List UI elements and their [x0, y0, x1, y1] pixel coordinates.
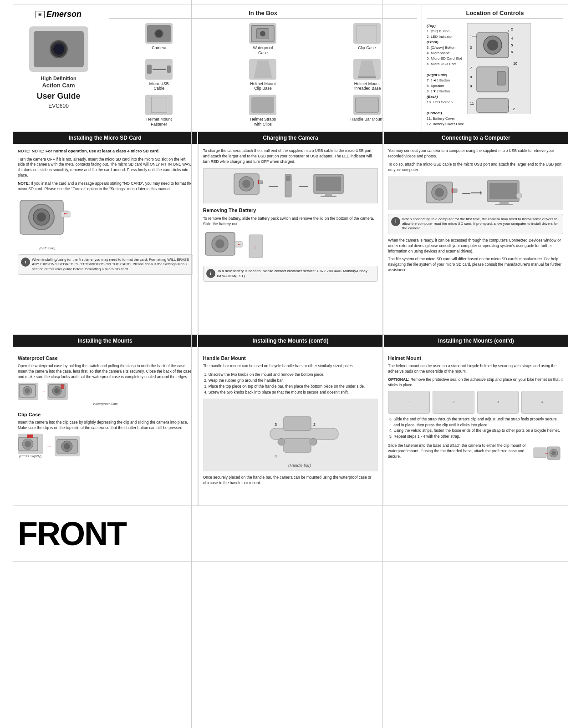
handlebar-closing: Once securely placed on the handle bar, … [203, 475, 378, 486]
waterproof-case-image [249, 23, 276, 44]
controls-panel: Location of Controls (Top) 1. [OK] Butto… [422, 5, 568, 131]
header-installing-sd: Installing the Micro SD Card [13, 132, 198, 144]
sd-note-label: NOTE: [18, 149, 31, 153]
controls-top-label: (Top) [427, 24, 436, 28]
camera-label: Camera [152, 46, 166, 51]
helmet-clip-image [249, 59, 276, 80]
control-3: 3. [O/wow] Button [427, 46, 455, 50]
controls-back-label: (Back) [427, 95, 438, 99]
sd-info-text: When installing/using for the first time… [32, 258, 190, 272]
control-12: 12. Battery Cover Lock [427, 122, 464, 126]
svg-rect-62 [61, 384, 64, 389]
emerson-logo: ▣ Emerson [36, 10, 82, 19]
svg-point-74 [310, 438, 317, 445]
mounts-cont2-column: Helmet Mount The helmet mount can be use… [383, 347, 568, 506]
svg-text:3: 3 [470, 46, 472, 50]
box-item-clip-case: Clip Case [317, 23, 417, 56]
charging-para1: To charge the camera, attach the small e… [203, 148, 378, 165]
waterproof-text: Open the waterproof case by holding the … [18, 364, 193, 380]
controls-diagram: 2 1 3 4 5 6 10 [467, 23, 531, 114]
svg-rect-38 [321, 196, 336, 197]
handlebar-image [353, 95, 381, 115]
helmet-step-2-img: 2 [433, 391, 474, 414]
svg-text:10: 10 [513, 61, 517, 66]
svg-text:5: 5 [511, 43, 513, 47]
svg-rect-66 [27, 435, 33, 438]
left-side-label: (Left side) [18, 246, 77, 251]
charging-camera-img [233, 172, 265, 201]
svg-text:6: 6 [511, 50, 513, 54]
helmet-clip-label: Helmet MountClip Base [250, 81, 275, 91]
sd-note-text: NOTE: For normal operation, use at least… [32, 149, 160, 153]
info-icon-sd: i [21, 258, 30, 267]
clip-case-label: Clip Case [358, 46, 376, 51]
box-item-helmet-threaded: Helmet MountThreaded Base [317, 59, 417, 91]
svg-text:7: 7 [470, 66, 472, 70]
sd-note2-label: NOTE: [18, 181, 30, 186]
svg-rect-71 [284, 417, 311, 430]
usb-cable-label: Micro USBCable [149, 81, 169, 91]
header-mounts-cont1: Installing the Mounts (cont'd) [198, 335, 383, 347]
box-item-helmet-clip: Helmet MountClip Base [213, 59, 313, 91]
svg-rect-36 [316, 177, 341, 191]
optional-label: OPTIONAL: [388, 377, 409, 382]
clip-case-img-2 [55, 436, 80, 456]
guide-title: User Guide [36, 91, 80, 101]
svg-rect-72 [284, 439, 311, 452]
box-items-grid: Camera WaterproofCase [109, 23, 417, 127]
control-8: 8. Speaker [427, 84, 444, 88]
handlebar-step-3: Place the top piece on top of the handle… [209, 384, 378, 389]
svg-text:2: 2 [313, 422, 316, 427]
clip-case-text: Insert the camera into the clip case by … [18, 420, 193, 431]
controls-list: (Top) 1. [OK] Button 2. LED Indicator (F… [427, 23, 464, 127]
svg-rect-50 [452, 188, 453, 193]
clip-case-title: Clip Case [18, 411, 193, 418]
svg-text:12: 12 [511, 107, 515, 111]
connecting-column: You may connect your camera to a compute… [383, 144, 568, 334]
svg-point-48 [435, 188, 444, 197]
svg-rect-32 [258, 180, 259, 184]
svg-rect-12 [497, 71, 505, 85]
svg-text:2: 2 [511, 27, 513, 31]
straps-image [249, 95, 276, 115]
cable-line-icon: — [299, 179, 308, 192]
sd-diagram: ← (Left side) [18, 196, 193, 251]
control-4: 4. Microphone [427, 51, 450, 55]
header-charging: Charging the Camera [198, 132, 383, 144]
wc-img-1 [18, 383, 38, 400]
handlebar-intro: The handle bar mount can be used on bicy… [203, 364, 378, 369]
sd-note: NOTE: NOTE: For normal operation, use at… [18, 148, 193, 154]
helmet-optional: OPTIONAL: Remove the protective seal on … [388, 377, 563, 388]
installing-sd-column: NOTE: NOTE: For normal operation, use at… [13, 144, 198, 334]
closing-diagram: → [531, 443, 563, 477]
svg-text:4: 4 [275, 454, 277, 459]
control-11: 11. Battery Cover [427, 116, 455, 121]
in-the-box-panel: In the Box Camera [104, 5, 422, 131]
svg-point-61 [54, 388, 60, 394]
svg-text:11: 11 [470, 101, 474, 106]
top-section: ▣ Emerson High Definition Action Cam Use… [13, 5, 568, 132]
front-label-text: FRONT [18, 515, 126, 552]
bottom-section: Waterproof Case Open the waterproof case… [13, 347, 568, 506]
svg-text:4: 4 [511, 36, 513, 40]
charging-info-box: i To a new battery is needed, please con… [203, 266, 378, 282]
box-item-fastener: Helmet MountFastener [109, 95, 209, 127]
controls-front-label: (Front) [427, 40, 438, 44]
helmet-mount-steps: 1 2 3 4 [388, 391, 563, 414]
control-7: 7. [ ◄ ] Button [427, 78, 450, 82]
left-panel: ▣ Emerson High Definition Action Cam Use… [13, 5, 104, 131]
helmet-steps: Slide the end of the strap through the s… [388, 416, 563, 440]
connecting-para4: The file system of the micro SD card wil… [388, 257, 563, 273]
connecting-para1: You may connect your camera to a compute… [388, 148, 563, 159]
svg-text:8: 8 [470, 75, 472, 79]
svg-point-73 [278, 438, 285, 445]
svg-point-65 [25, 441, 31, 447]
svg-text:1: 1 [470, 34, 472, 38]
fastener-label: Helmet MountFastener [146, 117, 172, 127]
charging-diagram: — — [203, 168, 378, 204]
camera-item-image [145, 23, 173, 44]
connecting-para3: When the camera is ready, it can be acce… [388, 238, 563, 254]
camera-body-shape [34, 31, 84, 67]
usb-connector-img [281, 172, 295, 199]
helmet-threaded-label: Helmet MountThreaded Base [353, 81, 381, 91]
